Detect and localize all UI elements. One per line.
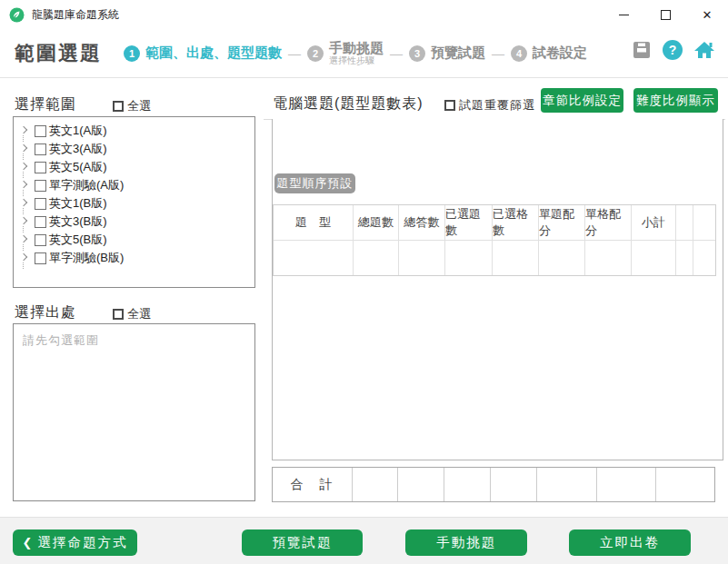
tree-item-eng3-b[interactable]: 英文3(B版) — [14, 213, 254, 231]
cell-points-per-question[interactable] — [539, 241, 585, 275]
scope-select-all-label: 全選 — [127, 98, 151, 114]
expand-chevron-icon[interactable] — [19, 199, 28, 208]
col-header-subtotal: 小計 — [632, 205, 676, 240]
tree-item-checkbox[interactable] — [35, 180, 46, 192]
difficulty-ratio-button[interactable]: 難度比例顯示 — [633, 88, 718, 113]
step-separator: — — [492, 46, 504, 61]
duplicate-filter[interactable]: 試題重覆篩選 — [444, 97, 535, 114]
question-table-panel — [272, 119, 723, 460]
totals-row: 合 計 — [272, 467, 715, 502]
table-header-row: 題 型 總題數 總答數 已選題數 已選格數 單題配分 單格配分 小計 — [274, 205, 715, 240]
help-icon[interactable]: ? — [663, 40, 683, 60]
tree-item-eng1-b[interactable]: 英文1(B版) — [14, 194, 254, 213]
tree-item-checkbox[interactable] — [35, 143, 46, 155]
chapter-ratio-button[interactable]: 章節比例設定 — [541, 88, 623, 113]
generate-paper-button[interactable]: 立即出卷 — [569, 529, 691, 556]
maximize-button[interactable] — [644, 0, 686, 29]
app-logo-icon — [9, 7, 25, 23]
col-header-total-questions: 總題數 — [354, 205, 399, 240]
question-type-table: 題 型 總題數 總答數 已選題數 已選格數 單題配分 單格配分 小計 — [273, 204, 716, 276]
window-titlebar: 龍騰題庫命題系統 ✕ — [0, 0, 728, 29]
expand-chevron-icon[interactable] — [19, 126, 28, 135]
source-select-all-label: 全選 — [127, 306, 151, 322]
expand-chevron-icon[interactable] — [19, 253, 28, 262]
tree-item-eng5-a[interactable]: 英文5(A版) — [14, 158, 254, 176]
expand-chevron-icon[interactable] — [19, 217, 28, 226]
duplicate-filter-label: 試題重覆篩選 — [459, 97, 535, 114]
col-header-total-answers: 總答數 — [399, 205, 445, 240]
step-2-sublabel: 選擇性步驟 — [329, 55, 384, 65]
totals-cell — [398, 468, 444, 501]
maximize-icon — [661, 10, 671, 20]
cell-type[interactable] — [274, 241, 354, 275]
tree-item-vocab-a[interactable]: 單字測驗(A版) — [14, 176, 254, 194]
totals-cell — [537, 468, 597, 501]
tree-item-checkbox[interactable] — [35, 125, 46, 137]
save-icon[interactable] — [632, 40, 652, 60]
scope-select-all-checkbox[interactable] — [113, 101, 124, 112]
totals-cell — [597, 468, 656, 501]
cell-points-per-blank[interactable] — [585, 241, 632, 275]
preview-questions-button[interactable]: 預覽試題 — [242, 529, 363, 556]
expand-chevron-icon[interactable] — [19, 235, 28, 244]
tree-item-eng1-a[interactable]: 英文1(A版) — [14, 122, 254, 140]
cell-empty-2 — [693, 241, 715, 275]
cell-total-questions[interactable] — [354, 241, 399, 275]
order-preset-button[interactable]: 題型順序預設 — [274, 173, 355, 193]
tree-item-eng3-a[interactable]: 英文3(A版) — [14, 140, 254, 158]
chevron-left-icon: ❮ — [23, 536, 33, 549]
duplicate-filter-checkbox[interactable] — [444, 100, 455, 111]
totals-cell — [656, 468, 714, 501]
source-section-title: 選擇出處 — [15, 303, 76, 322]
close-icon: ✕ — [703, 9, 713, 21]
col-header-type: 題 型 — [274, 205, 354, 240]
cell-selected-questions[interactable] — [445, 241, 493, 275]
expand-chevron-icon[interactable] — [19, 163, 28, 172]
cell-subtotal[interactable] — [632, 241, 676, 275]
manual-pick-button[interactable]: 手動挑題 — [405, 529, 527, 556]
cell-empty-1 — [676, 241, 693, 275]
step-2-manual-pick[interactable]: 2 手動挑題 選擇性步驟 — [307, 41, 384, 66]
wizard-stepper: 1 範圍、出處、題型題數 — 2 手動挑題 選擇性步驟 — 3 預覽試題 — 4… — [124, 41, 587, 66]
minimize-button[interactable] — [603, 0, 644, 29]
step-separator: — — [288, 46, 301, 61]
page-title: 範圍選題 — [15, 40, 102, 67]
computer-select-title: 電腦選題(題型題數表) — [273, 94, 424, 114]
close-button[interactable]: ✕ — [686, 0, 728, 29]
totals-cell — [491, 468, 537, 501]
step-3-badge: 3 — [409, 45, 425, 62]
tree-item-checkbox[interactable] — [35, 198, 46, 210]
step-1-scope[interactable]: 1 範圍、出處、題型題數 — [124, 45, 282, 62]
cell-total-answers[interactable] — [399, 241, 445, 275]
step-3-preview[interactable]: 3 預覽試題 — [409, 45, 485, 62]
tree-item-checkbox[interactable] — [35, 234, 46, 246]
step-separator: — — [390, 46, 403, 61]
expand-chevron-icon[interactable] — [19, 181, 28, 190]
table-data-row — [274, 240, 715, 275]
step-4-paper-settings[interactable]: 4 試卷設定 — [511, 45, 587, 62]
scope-select-all[interactable]: 全選 — [113, 98, 151, 114]
scope-tree: 英文1(A版) 英文3(A版) 英文5(A版) 單字測驗(A版) 英文1(B版)… — [13, 116, 255, 288]
step-2-badge: 2 — [307, 45, 324, 62]
source-select-all[interactable]: 全選 — [113, 306, 151, 322]
source-placeholder: 請先勾選範圍 — [23, 333, 99, 347]
back-button-label: 選擇命題方式 — [37, 534, 127, 551]
back-to-mode-button[interactable]: ❮ 選擇命題方式 — [13, 529, 137, 556]
source-select-all-checkbox[interactable] — [113, 309, 124, 320]
step-3-label: 預覽試題 — [431, 45, 485, 62]
tree-item-checkbox[interactable] — [35, 162, 46, 173]
step-2-label: 手動挑題 — [329, 41, 384, 56]
cell-selected-blanks[interactable] — [493, 241, 539, 275]
tree-item-checkbox[interactable] — [35, 216, 46, 228]
tree-item-checkbox[interactable] — [35, 252, 46, 264]
tree-item-eng5-b[interactable]: 英文5(B版) — [14, 231, 254, 249]
step-4-badge: 4 — [511, 45, 527, 62]
totals-label: 合 計 — [273, 468, 353, 501]
home-icon[interactable] — [693, 40, 715, 60]
col-header-empty-2 — [693, 205, 715, 240]
footer-bar: ❮ 選擇命題方式 預覽試題 手動挑題 立即出卷 — [0, 517, 728, 564]
expand-chevron-icon[interactable] — [19, 144, 28, 153]
tree-item-vocab-b[interactable]: 單字測驗(B版) — [14, 249, 254, 267]
col-header-selected-questions: 已選題數 — [445, 205, 493, 240]
col-header-points-per-question: 單題配分 — [539, 205, 585, 240]
